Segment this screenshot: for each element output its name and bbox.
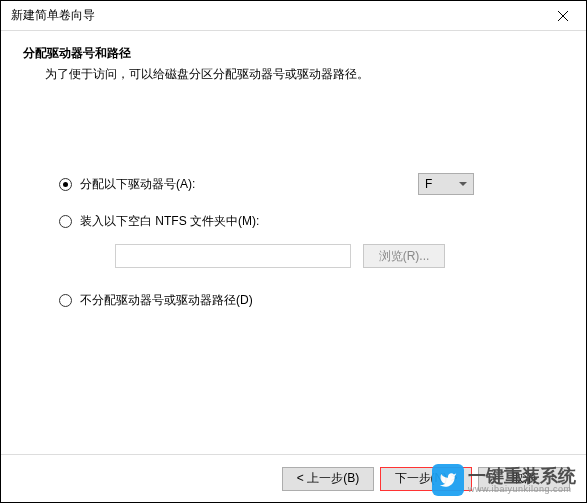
label-assign-drive: 分配以下驱动器号(A):	[80, 176, 195, 193]
cancel-button[interactable]: 取消	[478, 467, 570, 491]
next-button[interactable]: 下一步(N) >	[380, 467, 472, 491]
content-area: 分配驱动器号和路径 为了便于访问，可以给磁盘分区分配驱动器号或驱动器路径。 分配…	[1, 31, 586, 454]
back-button[interactable]: < 上一步(B)	[282, 467, 374, 491]
wizard-footer: < 上一步(B) 下一步(N) > 取消 一键重装系统 www.ibaiyunk…	[1, 454, 586, 502]
page-heading: 分配驱动器号和路径	[23, 45, 564, 62]
radio-mount-folder[interactable]	[59, 215, 72, 228]
option-no-assign: 不分配驱动器号或驱动器路径(D)	[59, 292, 564, 309]
drive-letter-value: F	[425, 177, 432, 191]
close-button[interactable]	[540, 1, 586, 31]
label-no-assign: 不分配驱动器号或驱动器路径(D)	[80, 292, 253, 309]
radio-no-assign[interactable]	[59, 294, 72, 307]
option-mount-folder: 装入以下空白 NTFS 文件夹中(M):	[59, 213, 564, 230]
chevron-down-icon	[459, 182, 467, 186]
titlebar: 新建简单卷向导	[1, 1, 586, 31]
page-subheading: 为了便于访问，可以给磁盘分区分配驱动器号或驱动器路径。	[45, 66, 564, 83]
mount-path-row: 浏览(R)...	[115, 244, 564, 268]
browse-button: 浏览(R)...	[363, 244, 445, 268]
options-group: 分配以下驱动器号(A): F 装入以下空白 NTFS 文件夹中(M): 浏览(R…	[59, 173, 564, 309]
close-icon	[558, 11, 568, 21]
window-title: 新建简单卷向导	[11, 7, 95, 24]
wizard-window: 新建简单卷向导 分配驱动器号和路径 为了便于访问，可以给磁盘分区分配驱动器号或驱…	[0, 0, 587, 503]
radio-assign-drive[interactable]	[59, 178, 72, 191]
option-assign-drive: 分配以下驱动器号(A): F	[59, 173, 564, 195]
label-mount-folder: 装入以下空白 NTFS 文件夹中(M):	[80, 213, 259, 230]
mount-path-input[interactable]	[115, 244, 351, 268]
drive-letter-select[interactable]: F	[418, 173, 474, 195]
